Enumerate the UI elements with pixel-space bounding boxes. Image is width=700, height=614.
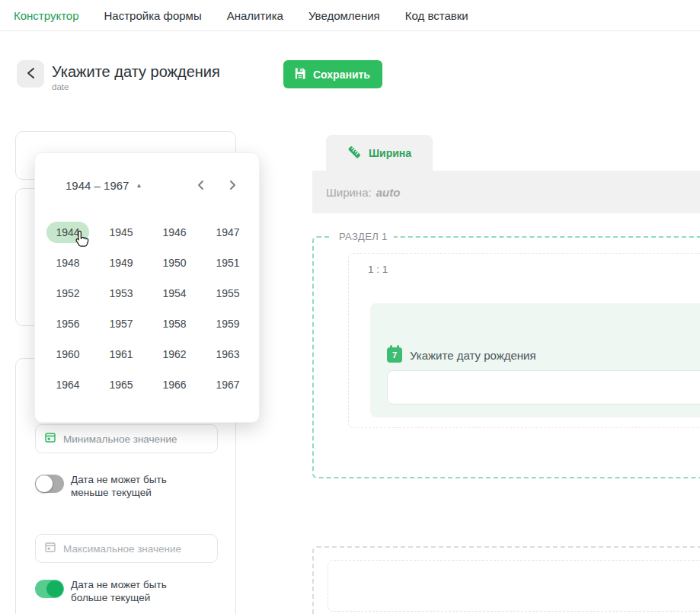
year-cell[interactable]: 1960: [46, 344, 88, 365]
tab-width-label: Ширина: [369, 147, 411, 159]
canvas-section-1: РАЗДЕЛ 1 1 : 1 7 Укажите дату рождения: [312, 236, 700, 478]
year-cell[interactable]: 1949: [100, 252, 142, 273]
save-button[interactable]: Сохранить: [283, 60, 382, 88]
chevron-left-icon: [27, 67, 35, 82]
column-container: 1 : 1 7 Укажите дату рождения: [348, 253, 700, 428]
year-picker-popup: 1944 – 1967 ▲ 19441945194619471948194919…: [34, 152, 260, 423]
year-cell[interactable]: 1962: [153, 344, 195, 365]
width-value: auto: [376, 186, 401, 199]
min-value-field[interactable]: [35, 424, 218, 453]
next-range-button[interactable]: [227, 180, 238, 190]
page-subtitle: date: [52, 82, 220, 91]
width-label: Ширина:: [326, 186, 372, 199]
tab-width[interactable]: Ширина: [326, 135, 433, 171]
calendar-day-icon: 7: [387, 347, 402, 363]
year-cell[interactable]: 1947: [206, 222, 248, 243]
year-cell[interactable]: 1964: [46, 374, 88, 395]
nav-tab-constructor[interactable]: Конструктор: [14, 9, 79, 22]
max-value-field[interactable]: [35, 534, 218, 563]
year-picker-nav: [196, 180, 238, 190]
canvas-section-2: [312, 546, 700, 614]
back-button[interactable]: [17, 60, 44, 88]
year-cell[interactable]: 1953: [100, 283, 142, 304]
year-cell[interactable]: 1951: [206, 252, 248, 273]
form-builder-screen: Конструктор Настройка формы Аналитика Ув…: [0, 0, 700, 614]
year-cell[interactable]: 1958: [153, 313, 195, 334]
min-value-input[interactable]: [63, 433, 209, 445]
date-field-card[interactable]: 7 Укажите дату рождения: [370, 303, 700, 417]
year-cell[interactable]: 1957: [100, 313, 142, 334]
page-title-block: Укажите дату рождения date: [52, 62, 220, 91]
page-title: Укажите дату рождения: [52, 62, 220, 81]
calendar-icon: [44, 431, 56, 446]
nav-tab-form-settings[interactable]: Настройка формы: [104, 9, 202, 22]
nav-tab-analytics[interactable]: Аналитика: [227, 9, 283, 22]
year-cell[interactable]: 1961: [100, 344, 142, 365]
year-cell[interactable]: 1956: [46, 313, 88, 334]
year-range-label: 1944 – 1967: [66, 179, 129, 192]
year-cell[interactable]: 1945: [100, 222, 142, 243]
nav-tab-embed-code[interactable]: Код вставки: [405, 9, 468, 22]
year-cell[interactable]: 1948: [46, 252, 88, 273]
save-floppy-icon: [293, 67, 306, 82]
year-cell[interactable]: 1955: [206, 283, 248, 304]
toggle-not-greater-than-today[interactable]: [35, 580, 64, 598]
year-range-toggle[interactable]: 1944 – 1967 ▲: [66, 179, 142, 192]
toggle-not-less-label: Дата не может быть меньше текущей: [71, 473, 167, 499]
year-cell[interactable]: 1950: [153, 252, 195, 273]
year-cell[interactable]: 1959: [206, 313, 248, 334]
cursor-pointer-icon: [73, 230, 91, 252]
nav-tab-notifications[interactable]: Уведомления: [308, 9, 380, 22]
toggle-not-greater-label: Дата не может быть больше текущей: [71, 578, 167, 604]
year-cell[interactable]: 1967: [206, 374, 248, 395]
year-picker-header: 1944 – 1967 ▲: [35, 153, 259, 217]
date-input-preview[interactable]: [387, 370, 700, 405]
empty-drop-slot: [328, 560, 700, 612]
year-cell[interactable]: 1966: [153, 374, 195, 395]
top-nav: Конструктор Настройка формы Аналитика Ув…: [0, 0, 700, 31]
ruler-icon: [347, 145, 362, 161]
column-ratio-label: 1 : 1: [368, 264, 388, 275]
collapse-arrow-icon: ▲: [136, 182, 142, 189]
year-cell[interactable]: 1963: [206, 344, 248, 365]
year-cell[interactable]: 1965: [100, 374, 142, 395]
year-cell[interactable]: 1954: [153, 283, 195, 304]
field-label: Укажите дату рождения: [410, 349, 536, 362]
max-value-input[interactable]: [63, 543, 209, 555]
toggle-not-less-than-today[interactable]: [35, 475, 64, 493]
width-status-bar: Ширина: auto: [312, 171, 700, 213]
save-button-label: Сохранить: [313, 69, 370, 81]
year-cell[interactable]: 1952: [46, 283, 88, 304]
prev-range-button[interactable]: [196, 180, 206, 190]
year-cell[interactable]: 1946: [153, 222, 195, 243]
calendar-icon: [44, 541, 56, 556]
section-title: РАЗДЕЛ 1: [332, 231, 394, 242]
